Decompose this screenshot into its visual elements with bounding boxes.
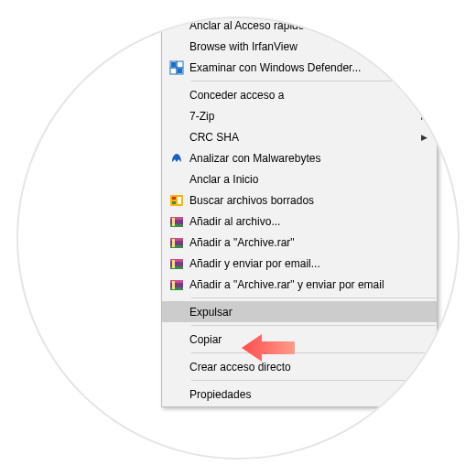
menu-item[interactable]: Copiar	[162, 329, 437, 350]
menu-item-label: Anclar al Acceso rápido	[189, 19, 409, 32]
menu-item-label: Añadir y enviar por email...	[189, 257, 409, 270]
defender-icon	[169, 60, 189, 75]
chevron-right-icon: ▶	[421, 133, 427, 141]
menu-item[interactable]: Añadir a "Archive.rar"	[162, 232, 437, 253]
menu-separator	[191, 380, 436, 381]
menu-item[interactable]: Expulsar	[162, 301, 437, 322]
blank-icon	[169, 360, 189, 374]
svg-rect-4	[172, 197, 176, 200]
winrar-icon	[169, 235, 189, 250]
menu-item-label: Añadir a "Archive.rar"	[189, 236, 409, 249]
menu-item[interactable]: Examinar con Windows Defender...	[162, 57, 437, 78]
menu-item[interactable]: 7-Zip▶	[162, 105, 437, 126]
menu-item-label: Crear acceso directo	[189, 361, 409, 373]
menu-item[interactable]: Propiedades	[162, 384, 437, 405]
blank-icon	[169, 39, 189, 54]
menu-item[interactable]: Crear acceso directo	[162, 356, 437, 377]
winrar-icon	[169, 256, 189, 271]
chevron-right-icon: ▶	[421, 112, 427, 120]
winrar-icon	[169, 277, 189, 292]
menu-item[interactable]: Añadir a "Archive.rar" y enviar por emai…	[162, 274, 437, 295]
menu-item[interactable]: Analizar con Malwarebytes	[162, 147, 437, 168]
menu-item-label: 7-Zip	[189, 110, 409, 123]
menu-item-label: CRC SHA	[189, 131, 409, 144]
svg-rect-10	[172, 218, 175, 226]
menu-separator	[191, 298, 436, 298]
svg-rect-6	[178, 197, 181, 204]
blank-icon	[169, 18, 189, 33]
blank-icon	[169, 172, 189, 187]
blank-icon	[169, 0, 189, 12]
menu-item[interactable]: Conceder acceso a▶	[162, 84, 437, 105]
menu-item[interactable]: Anclar al Acceso rápido	[162, 15, 437, 36]
svg-rect-5	[172, 201, 176, 204]
svg-rect-2	[178, 69, 182, 73]
menu-item-label: Browse with IrfanView	[189, 40, 409, 53]
menu-separator	[191, 81, 436, 81]
malwarebytes-icon	[169, 151, 189, 166]
winrar-icon	[169, 214, 189, 229]
menu-item[interactable]: CRC SHA▶	[162, 126, 437, 147]
menu-separator	[191, 325, 436, 326]
menu-item-label: Abrir en ventana nueva	[189, 0, 409, 11]
menu-item[interactable]: Buscar archivos borrados	[162, 189, 437, 211]
menu-item[interactable]: Añadir y enviar por email...	[162, 253, 437, 274]
menu-item[interactable]: Browse with IrfanView	[162, 36, 437, 57]
menu-item-label: Propiedades	[189, 388, 409, 401]
recuva-icon	[169, 193, 189, 208]
context-menu: Abrir en ventana nuevaAnclar al Acceso r…	[161, 0, 438, 407]
menu-item-label: Copiar	[189, 333, 409, 346]
menu-separator	[191, 352, 436, 353]
blank-icon	[169, 88, 189, 103]
blank-icon	[169, 387, 189, 402]
menu-item-label: Anclar a Inicio	[189, 173, 409, 186]
blank-icon	[169, 109, 189, 124]
menu-item-label: Examinar con Windows Defender...	[189, 61, 409, 74]
menu-item-label: Buscar archivos borrados	[189, 194, 409, 207]
svg-rect-1	[171, 62, 176, 67]
chevron-right-icon: ▶	[421, 91, 427, 99]
blank-icon	[169, 130, 189, 145]
menu-item-label: Añadir a "Archive.rar" y enviar por emai…	[189, 278, 409, 291]
svg-rect-14	[172, 239, 175, 247]
menu-item[interactable]: Anclar a Inicio	[162, 168, 437, 189]
menu-item[interactable]: Abrir en ventana nueva	[162, 0, 437, 15]
blank-icon	[169, 305, 189, 319]
svg-rect-18	[172, 260, 175, 268]
menu-item-label: Expulsar	[189, 306, 409, 319]
svg-rect-22	[172, 281, 175, 289]
menu-item-label: Conceder acceso a	[189, 89, 409, 102]
menu-item[interactable]: Añadir al archivo...	[162, 211, 437, 232]
blank-icon	[169, 332, 189, 347]
menu-item-label: Analizar con Malwarebytes	[189, 152, 409, 165]
menu-item-label: Añadir al archivo...	[189, 215, 409, 228]
